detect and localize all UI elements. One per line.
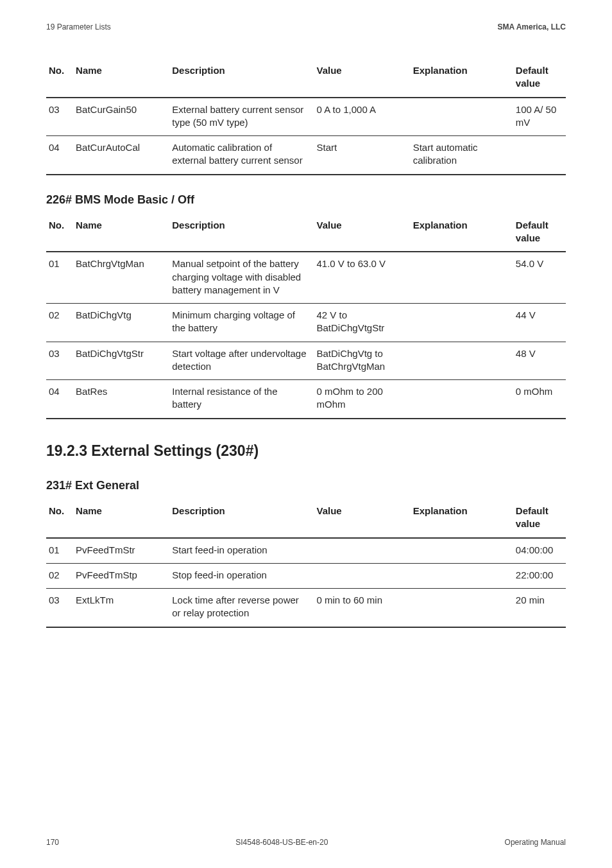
section-c-title: 231# Ext General: [46, 478, 566, 493]
cell-exp: [411, 589, 513, 627]
table-row: 01 BatChrgVtgMan Manual setpoint of the …: [46, 252, 566, 303]
cell-def: 100 A/ 50 mV: [513, 98, 566, 136]
footer-page: 170: [46, 837, 59, 847]
th-def: Default value: [513, 59, 566, 98]
cell-val: 0 min to 60 min: [314, 589, 410, 627]
table-row: 01 PvFeedTmStr Start feed-in operation 0…: [46, 538, 566, 564]
cell-def: [513, 136, 566, 175]
header-right: SMA America, LLC: [498, 22, 566, 32]
cell-desc: External battery current sensor type (50…: [169, 98, 314, 136]
footer-doc: Operating Manual: [505, 837, 566, 847]
cell-def: 48 V: [513, 342, 566, 380]
cell-name: ExtLkTm: [73, 589, 169, 627]
cell-no: 04: [46, 136, 73, 175]
cell-def: 0 mOhm: [513, 380, 566, 419]
table-a: No. Name Description Value Explanation D…: [46, 59, 566, 175]
cell-exp: [411, 380, 513, 419]
cell-desc: Stop feed-in operation: [169, 563, 314, 588]
cell-val: BatDiChgVtg to BatChrgVtgMan: [314, 342, 410, 380]
th-name: Name: [73, 59, 169, 98]
cell-val: 0 mOhm to 200 mOhm: [314, 380, 410, 419]
subchapter-title: 19.2.3 External Settings (230#): [46, 441, 566, 461]
cell-name: BatCurAutoCal: [73, 136, 169, 175]
cell-def: 44 V: [513, 304, 566, 342]
cell-no: 03: [46, 342, 73, 380]
cell-name: BatDiChgVtgStr: [73, 342, 169, 380]
cell-name: PvFeedTmStp: [73, 563, 169, 588]
cell-name: BatRes: [73, 380, 169, 419]
table-header-row: No. Name Description Value Explanation D…: [46, 59, 566, 98]
cell-no: 03: [46, 589, 73, 627]
section-b-title: 226# BMS Mode Basic / Off: [46, 192, 566, 207]
table-header-row: No. Name Description Value Explanation D…: [46, 499, 566, 538]
cell-exp: [411, 538, 513, 564]
th-no: No.: [46, 499, 73, 538]
cell-def: 20 min: [513, 589, 566, 627]
cell-desc: Lock time after reverse power or relay p…: [169, 589, 314, 627]
cell-desc: Manual setpoint of the battery charging …: [169, 252, 314, 303]
th-desc: Description: [169, 59, 314, 98]
cell-exp: [411, 342, 513, 380]
footer-code: SI4548-6048-US-BE-en-20: [235, 837, 328, 847]
cell-val: [314, 563, 410, 588]
th-val: Value: [314, 59, 410, 98]
cell-val: 0 A to 1,000 A: [314, 98, 410, 136]
header-left: 19 Parameter Lists: [46, 22, 111, 32]
cell-desc: Minimum charging voltage of the battery: [169, 304, 314, 342]
cell-name: BatChrgVtgMan: [73, 252, 169, 303]
cell-name: BatDiChgVtg: [73, 304, 169, 342]
table-header-row: No. Name Description Value Explanation D…: [46, 214, 566, 252]
header-bar: 19 Parameter Lists SMA America, LLC: [46, 22, 566, 32]
table-row: 04 BatCurAutoCal Automatic calibration o…: [46, 136, 566, 175]
cell-def: 54.0 V: [513, 252, 566, 303]
cell-name: PvFeedTmStr: [73, 538, 169, 564]
cell-def: 04:00:00: [513, 538, 566, 564]
cell-no: 01: [46, 538, 73, 564]
cell-name: BatCurGain50: [73, 98, 169, 136]
th-exp: Explanation: [411, 214, 513, 252]
footer-bar: 170 SI4548-6048-US-BE-en-20 Operating Ma…: [46, 837, 566, 847]
cell-exp: Start automatic calibration: [411, 136, 513, 175]
table-b: No. Name Description Value Explanation D…: [46, 214, 566, 419]
th-no: No.: [46, 214, 73, 252]
cell-val: 41.0 V to 63.0 V: [314, 252, 410, 303]
table-row: 03 BatCurGain50 External battery current…: [46, 98, 566, 136]
cell-desc: Start feed-in operation: [169, 538, 314, 564]
th-name: Name: [73, 499, 169, 538]
th-def: Default value: [513, 214, 566, 252]
cell-val: [314, 538, 410, 564]
table-row: 02 PvFeedTmStp Stop feed-in operation 22…: [46, 563, 566, 588]
cell-no: 03: [46, 98, 73, 136]
th-desc: Description: [169, 499, 314, 538]
th-val: Value: [314, 214, 410, 252]
cell-no: 04: [46, 380, 73, 419]
th-exp: Explanation: [411, 499, 513, 538]
th-val: Value: [314, 499, 410, 538]
table-row: 03 BatDiChgVtgStr Start voltage after un…: [46, 342, 566, 380]
th-desc: Description: [169, 214, 314, 252]
cell-val: 42 V to BatDiChgVtgStr: [314, 304, 410, 342]
table-row: 03 ExtLkTm Lock time after reverse power…: [46, 589, 566, 627]
th-def: Default value: [513, 499, 566, 538]
cell-exp: [411, 98, 513, 136]
th-exp: Explanation: [411, 59, 513, 98]
cell-def: 22:00:00: [513, 563, 566, 588]
cell-desc: Start voltage after undervoltage detecti…: [169, 342, 314, 380]
table-row: 02 BatDiChgVtg Minimum charging voltage …: [46, 304, 566, 342]
cell-val: Start: [314, 136, 410, 175]
table-row: 04 BatRes Internal resistance of the bat…: [46, 380, 566, 419]
th-no: No.: [46, 59, 73, 98]
cell-no: 01: [46, 252, 73, 303]
table-c: No. Name Description Value Explanation D…: [46, 499, 566, 628]
cell-no: 02: [46, 304, 73, 342]
cell-exp: [411, 563, 513, 588]
cell-exp: [411, 252, 513, 303]
th-name: Name: [73, 214, 169, 252]
cell-exp: [411, 304, 513, 342]
cell-desc: Automatic calibration of external batter…: [169, 136, 314, 175]
cell-desc: Internal resistance of the battery: [169, 380, 314, 419]
cell-no: 02: [46, 563, 73, 588]
